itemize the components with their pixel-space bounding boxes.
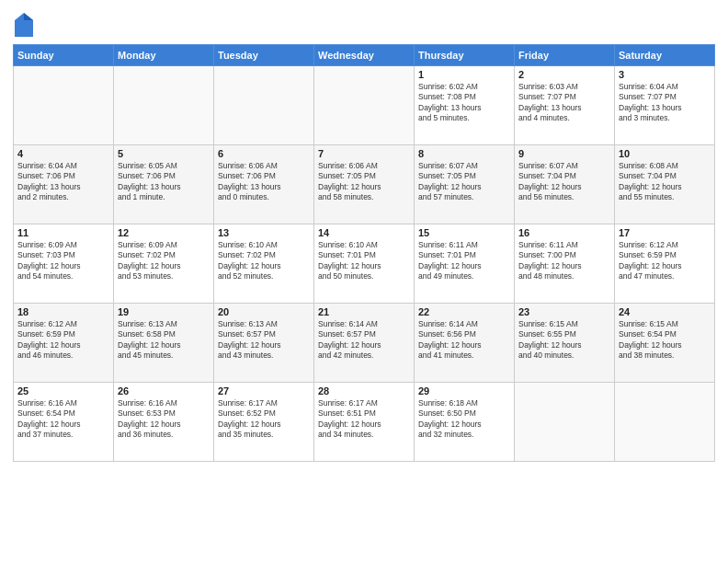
day-info: Sunrise: 6:10 AM Sunset: 7:02 PM Dayligh…: [218, 240, 310, 282]
day-number: 21: [318, 306, 410, 317]
day-number: 9: [518, 148, 610, 159]
calendar-cell: 12Sunrise: 6:09 AM Sunset: 7:02 PM Dayli…: [114, 224, 214, 304]
day-number: 2: [518, 69, 610, 80]
day-number: 10: [619, 148, 711, 159]
day-info: Sunrise: 6:16 AM Sunset: 6:54 PM Dayligh…: [17, 398, 109, 441]
calendar-cell: 5Sunrise: 6:05 AM Sunset: 7:06 PM Daylig…: [114, 145, 214, 224]
calendar-cell: 27Sunrise: 6:17 AM Sunset: 6:52 PM Dayli…: [214, 383, 314, 462]
day-number: 12: [118, 227, 210, 238]
day-info: Sunrise: 6:08 AM Sunset: 7:04 PM Dayligh…: [619, 161, 711, 203]
calendar-cell: 26Sunrise: 6:16 AM Sunset: 6:53 PM Dayli…: [114, 383, 214, 462]
day-info: Sunrise: 6:10 AM Sunset: 7:01 PM Dayligh…: [318, 240, 410, 282]
day-info: Sunrise: 6:09 AM Sunset: 7:02 PM Dayligh…: [118, 240, 210, 282]
day-info: Sunrise: 6:11 AM Sunset: 7:01 PM Dayligh…: [418, 240, 510, 282]
day-info: Sunrise: 6:12 AM Sunset: 6:59 PM Dayligh…: [619, 240, 711, 282]
day-info: Sunrise: 6:14 AM Sunset: 6:56 PM Dayligh…: [418, 319, 510, 362]
weekday-header: Monday: [114, 45, 214, 66]
day-number: 29: [418, 385, 510, 396]
weekday-header: Sunday: [14, 45, 114, 66]
day-info: Sunrise: 6:13 AM Sunset: 6:57 PM Dayligh…: [218, 319, 310, 362]
calendar-cell: 15Sunrise: 6:11 AM Sunset: 7:01 PM Dayli…: [415, 224, 515, 304]
calendar-cell: 8Sunrise: 6:07 AM Sunset: 7:05 PM Daylig…: [415, 145, 515, 224]
calendar-cell: 24Sunrise: 6:15 AM Sunset: 6:54 PM Dayli…: [615, 304, 715, 383]
day-number: 13: [218, 227, 310, 238]
calendar-week-row: 25Sunrise: 6:16 AM Sunset: 6:54 PM Dayli…: [14, 383, 715, 462]
day-number: 11: [17, 227, 109, 238]
calendar-cell: 16Sunrise: 6:11 AM Sunset: 7:00 PM Dayli…: [515, 224, 615, 304]
day-number: 15: [418, 227, 510, 238]
page: SundayMondayTuesdayWednesdayThursdayFrid…: [0, 0, 728, 563]
day-info: Sunrise: 6:07 AM Sunset: 7:04 PM Dayligh…: [518, 161, 610, 203]
day-number: 27: [218, 385, 310, 396]
weekday-header: Wednesday: [314, 45, 415, 66]
day-number: 28: [318, 385, 410, 396]
weekday-header: Thursday: [415, 45, 515, 66]
day-number: 6: [218, 148, 310, 159]
day-number: 19: [118, 306, 210, 317]
day-number: 24: [619, 306, 711, 317]
calendar-cell: 7Sunrise: 6:06 AM Sunset: 7:05 PM Daylig…: [314, 145, 415, 224]
day-info: Sunrise: 6:05 AM Sunset: 7:06 PM Dayligh…: [118, 161, 210, 203]
day-number: 22: [418, 306, 510, 317]
day-info: Sunrise: 6:07 AM Sunset: 7:05 PM Dayligh…: [418, 161, 510, 203]
day-number: 1: [418, 69, 510, 80]
calendar-cell: 18Sunrise: 6:12 AM Sunset: 6:59 PM Dayli…: [14, 304, 114, 383]
calendar-cell: [314, 66, 415, 145]
day-info: Sunrise: 6:18 AM Sunset: 6:50 PM Dayligh…: [418, 398, 510, 441]
logo: [13, 13, 37, 37]
calendar-week-row: 4Sunrise: 6:04 AM Sunset: 7:06 PM Daylig…: [14, 145, 715, 224]
day-info: Sunrise: 6:13 AM Sunset: 6:58 PM Dayligh…: [118, 319, 210, 362]
day-number: 17: [619, 227, 711, 238]
day-info: Sunrise: 6:09 AM Sunset: 7:03 PM Dayligh…: [17, 240, 109, 282]
calendar-cell: 13Sunrise: 6:10 AM Sunset: 7:02 PM Dayli…: [214, 224, 314, 304]
calendar-cell: 21Sunrise: 6:14 AM Sunset: 6:57 PM Dayli…: [314, 304, 415, 383]
day-info: Sunrise: 6:11 AM Sunset: 7:00 PM Dayligh…: [518, 240, 610, 282]
calendar-cell: 4Sunrise: 6:04 AM Sunset: 7:06 PM Daylig…: [14, 145, 114, 224]
day-number: 3: [619, 69, 711, 80]
day-number: 16: [518, 227, 610, 238]
weekday-header: Saturday: [615, 45, 715, 66]
calendar-cell: 6Sunrise: 6:06 AM Sunset: 7:06 PM Daylig…: [214, 145, 314, 224]
header: [13, 9, 715, 37]
calendar-cell: 2Sunrise: 6:03 AM Sunset: 7:07 PM Daylig…: [515, 66, 615, 145]
weekday-header: Tuesday: [214, 45, 314, 66]
calendar-cell: 25Sunrise: 6:16 AM Sunset: 6:54 PM Dayli…: [14, 383, 114, 462]
svg-marker-1: [24, 13, 33, 20]
day-info: Sunrise: 6:06 AM Sunset: 7:05 PM Dayligh…: [318, 161, 410, 203]
calendar-cell: 19Sunrise: 6:13 AM Sunset: 6:58 PM Dayli…: [114, 304, 214, 383]
day-info: Sunrise: 6:15 AM Sunset: 6:55 PM Dayligh…: [518, 319, 610, 362]
calendar-week-row: 11Sunrise: 6:09 AM Sunset: 7:03 PM Dayli…: [14, 224, 715, 304]
day-info: Sunrise: 6:04 AM Sunset: 7:06 PM Dayligh…: [17, 161, 109, 203]
day-info: Sunrise: 6:15 AM Sunset: 6:54 PM Dayligh…: [619, 319, 711, 362]
calendar-cell: 22Sunrise: 6:14 AM Sunset: 6:56 PM Dayli…: [415, 304, 515, 383]
day-info: Sunrise: 6:17 AM Sunset: 6:51 PM Dayligh…: [318, 398, 410, 441]
calendar-cell: 3Sunrise: 6:04 AM Sunset: 7:07 PM Daylig…: [615, 66, 715, 145]
calendar-week-row: 1Sunrise: 6:02 AM Sunset: 7:08 PM Daylig…: [14, 66, 715, 145]
calendar-cell: 14Sunrise: 6:10 AM Sunset: 7:01 PM Dayli…: [314, 224, 415, 304]
calendar-cell: [14, 66, 114, 145]
day-info: Sunrise: 6:03 AM Sunset: 7:07 PM Dayligh…: [518, 82, 610, 124]
day-info: Sunrise: 6:04 AM Sunset: 7:07 PM Dayligh…: [619, 82, 711, 124]
calendar-cell: 9Sunrise: 6:07 AM Sunset: 7:04 PM Daylig…: [515, 145, 615, 224]
calendar-cell: [615, 383, 715, 462]
calendar-cell: 28Sunrise: 6:17 AM Sunset: 6:51 PM Dayli…: [314, 383, 415, 462]
day-number: 26: [118, 385, 210, 396]
day-number: 5: [118, 148, 210, 159]
day-info: Sunrise: 6:17 AM Sunset: 6:52 PM Dayligh…: [218, 398, 310, 441]
day-number: 4: [17, 148, 109, 159]
calendar-cell: 17Sunrise: 6:12 AM Sunset: 6:59 PM Dayli…: [615, 224, 715, 304]
day-info: Sunrise: 6:12 AM Sunset: 6:59 PM Dayligh…: [17, 319, 109, 362]
day-info: Sunrise: 6:14 AM Sunset: 6:57 PM Dayligh…: [318, 319, 410, 362]
day-number: 18: [17, 306, 109, 317]
calendar-cell: 1Sunrise: 6:02 AM Sunset: 7:08 PM Daylig…: [415, 66, 515, 145]
day-info: Sunrise: 6:02 AM Sunset: 7:08 PM Dayligh…: [418, 82, 510, 124]
calendar-cell: 29Sunrise: 6:18 AM Sunset: 6:50 PM Dayli…: [415, 383, 515, 462]
day-number: 20: [218, 306, 310, 317]
logo-icon: [15, 13, 33, 37]
day-number: 25: [17, 385, 109, 396]
day-number: 8: [418, 148, 510, 159]
day-info: Sunrise: 6:16 AM Sunset: 6:53 PM Dayligh…: [118, 398, 210, 441]
weekday-header-row: SundayMondayTuesdayWednesdayThursdayFrid…: [14, 45, 715, 66]
day-info: Sunrise: 6:06 AM Sunset: 7:06 PM Dayligh…: [218, 161, 310, 203]
calendar-week-row: 18Sunrise: 6:12 AM Sunset: 6:59 PM Dayli…: [14, 304, 715, 383]
